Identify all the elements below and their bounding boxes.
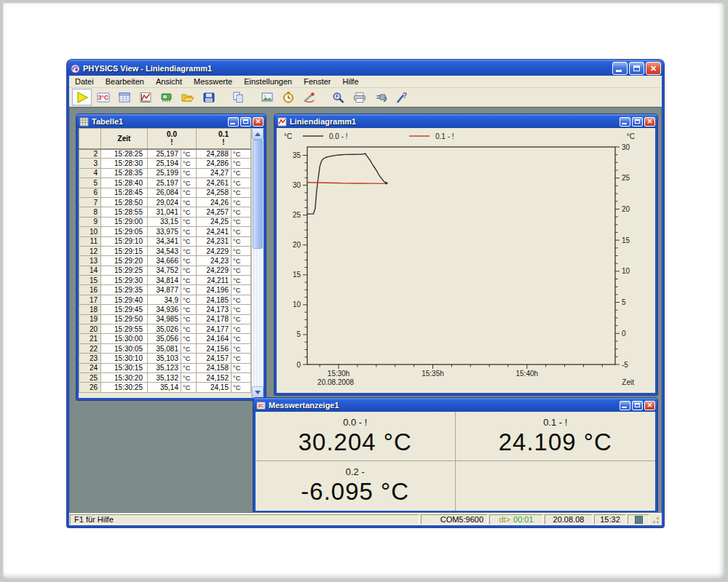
table-cell[interactable]: 24,26 [197, 197, 232, 207]
table-cell[interactable]: 24,158 [197, 363, 232, 372]
table-cell[interactable]: 24,185 [197, 295, 232, 304]
table-cell[interactable]: 18 [79, 305, 101, 314]
table-cell[interactable]: 25,199 [148, 168, 181, 178]
table-cell[interactable]: °C [181, 168, 197, 178]
table-cell[interactable]: 22 [79, 343, 101, 353]
table-cell[interactable]: °C [181, 295, 197, 304]
table-cell[interactable]: 14 [79, 266, 101, 275]
scroll-down-button[interactable] [252, 386, 264, 398]
table-cell[interactable]: 15:29:55 [101, 324, 148, 334]
table-cell[interactable]: 13 [79, 256, 101, 266]
chart-button[interactable] [135, 89, 155, 105]
minimize-button[interactable] [612, 62, 628, 75]
table-cell[interactable]: 34,814 [148, 276, 181, 285]
table-cell[interactable]: °C [181, 276, 197, 285]
table-cell[interactable]: 15:28:55 [101, 207, 148, 217]
table-cell[interactable]: 33,975 [148, 227, 181, 236]
table-button[interactable] [114, 89, 134, 105]
chart-close-button[interactable]: ✕ [644, 117, 655, 127]
table-cell[interactable]: °C [232, 256, 251, 266]
table-cell[interactable]: 15:30:25 [101, 383, 148, 392]
table-cell[interactable]: 35,14 [148, 383, 181, 392]
table-row[interactable]: 1915:29:5034,985°C24,178°C [79, 314, 251, 324]
table-cell[interactable]: 24,196 [197, 285, 232, 295]
table-row[interactable]: 1715:29:4034,9°C24,185°C [79, 295, 251, 304]
table-cell[interactable]: 24,152 [197, 372, 232, 382]
table-cell[interactable]: °C [232, 236, 251, 246]
table-cell[interactable]: 15:28:50 [101, 197, 148, 207]
print-button[interactable] [349, 89, 369, 105]
table-cell[interactable]: 24,241 [197, 227, 232, 236]
table-cell[interactable]: °C [181, 266, 197, 275]
table-cell[interactable]: °C [232, 149, 251, 159]
table-cell[interactable]: 15:28:25 [101, 149, 148, 159]
table-cell[interactable]: °C [181, 227, 197, 236]
chart-minimize-button[interactable] [620, 117, 630, 127]
table-row[interactable]: 1315:29:2034,666°C24,23°C [79, 256, 251, 266]
table-cell[interactable]: 35,056 [148, 334, 181, 343]
table-cell[interactable]: 15:29:05 [101, 227, 148, 236]
table-cell[interactable]: °C [232, 227, 251, 236]
table-cell[interactable]: 24,288 [197, 149, 232, 159]
table-row[interactable]: 2315:30:1035,103°C24,157°C [79, 354, 251, 363]
table-cell[interactable]: 34,936 [148, 305, 181, 314]
table-cell[interactable]: °C [181, 334, 197, 343]
table-cell[interactable]: 5 [79, 178, 101, 188]
table-cell[interactable]: °C [181, 383, 197, 392]
table-row[interactable]: 815:28:5531,041°C24,257°C [79, 207, 251, 217]
table-cell[interactable]: °C [232, 285, 251, 295]
table-cell[interactable]: 31,041 [148, 207, 181, 217]
table-row[interactable]: 2115:30:0035,056°C24,164°C [79, 334, 251, 343]
table-row[interactable]: 1515:29:3034,814°C24,211°C [79, 276, 251, 285]
table-cell[interactable]: 35,123 [148, 363, 181, 372]
chart-window-titlebar[interactable]: Liniendiagramm1 ✕ [274, 114, 657, 128]
timer-button[interactable] [278, 89, 298, 105]
table-cell[interactable]: °C [232, 305, 251, 314]
table-cell[interactable]: °C [232, 383, 251, 392]
measure-display-button[interactable]: 3°C [93, 89, 113, 105]
table-cell[interactable]: 15:28:30 [101, 159, 148, 168]
table-row[interactable]: 1215:29:1534,543°C24,229°C [79, 246, 251, 255]
table-row[interactable]: 1615:29:3534,877°C24,196°C [79, 285, 251, 295]
table-cell[interactable]: °C [181, 149, 197, 159]
table-row[interactable]: 2515:30:2035,132°C24,152°C [79, 372, 251, 382]
table-row[interactable]: 2615:30:2535,14°C24,15°C [79, 383, 251, 392]
table-cell[interactable]: 34,877 [148, 285, 181, 295]
table-cell[interactable]: 26,084 [148, 188, 181, 197]
table-cell[interactable]: °C [232, 159, 251, 168]
table-cell[interactable]: 15:30:10 [101, 354, 148, 363]
table-cell[interactable]: 15:30:20 [101, 372, 148, 382]
table-cell[interactable]: °C [181, 354, 197, 363]
export-image-button[interactable] [257, 89, 277, 105]
table-row[interactable]: 715:28:5029,024°C24,26°C [79, 197, 251, 207]
save-button[interactable] [199, 89, 218, 105]
table-cell[interactable]: 24,157 [197, 354, 232, 363]
table-cell[interactable]: °C [232, 314, 251, 324]
table-cell[interactable]: 15:30:05 [101, 343, 148, 353]
table-cell[interactable]: 3 [79, 159, 101, 168]
table-cell[interactable]: 34,341 [148, 236, 181, 246]
table-cell[interactable]: 9 [79, 217, 101, 226]
table-row[interactable]: 415:28:3525,199°C24,27°C [79, 168, 251, 178]
table-cell[interactable]: 25 [79, 372, 101, 382]
menu-hilfe[interactable]: Hilfe [337, 76, 365, 87]
table-cell[interactable]: °C [181, 188, 197, 197]
table-cell[interactable]: 35,132 [148, 372, 181, 382]
table-cell[interactable]: °C [181, 236, 197, 246]
table-cell[interactable]: 24,261 [197, 178, 232, 188]
table-cell[interactable]: °C [232, 168, 251, 178]
table-cell[interactable]: 15:29:20 [101, 256, 148, 266]
table-cell[interactable]: 15:29:45 [101, 305, 148, 314]
table-cell[interactable]: °C [181, 305, 197, 314]
table-cell[interactable]: 24,257 [197, 207, 232, 217]
table-cell[interactable]: °C [232, 324, 251, 334]
table-cell[interactable]: 34,752 [148, 266, 181, 275]
table-cell[interactable]: 15:29:10 [101, 236, 148, 246]
table-cell[interactable]: 24,156 [197, 343, 232, 353]
help-button[interactable]: ? [392, 89, 411, 105]
table-cell[interactable]: 35,081 [148, 343, 181, 353]
table-cell[interactable]: 24,229 [197, 266, 232, 275]
table-cell[interactable]: 24,286 [197, 159, 232, 168]
table-cell[interactable]: 15:30:15 [101, 363, 148, 372]
table-cell[interactable]: 25,197 [148, 178, 181, 188]
